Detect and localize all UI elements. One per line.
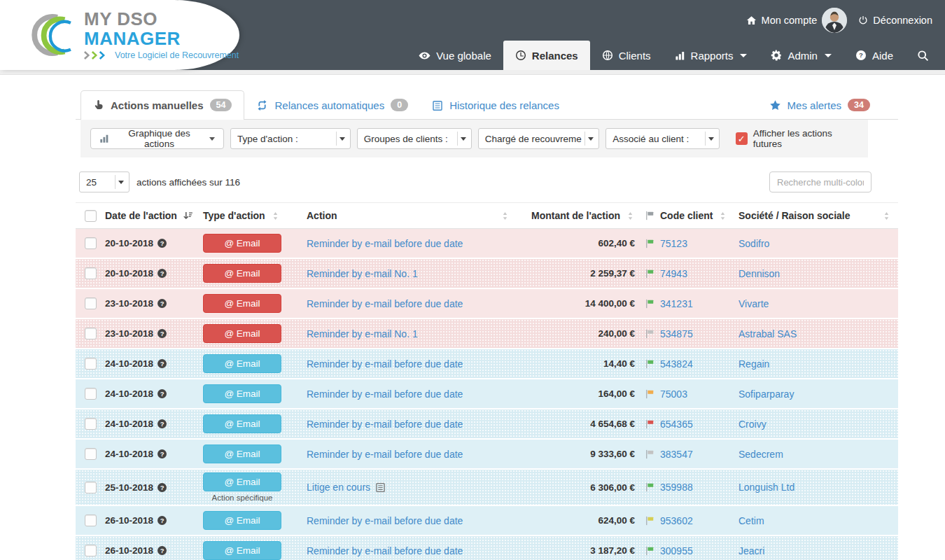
tab-actions-manuelles[interactable]: Actions manuelles 54 [80, 90, 244, 120]
company-link[interactable]: Astrabal SAS [738, 328, 898, 340]
company-link[interactable]: Sodifro [738, 238, 898, 249]
nav-aide[interactable]: ? Aide [844, 41, 905, 70]
row-checkbox[interactable] [85, 418, 97, 430]
column-date[interactable]: Date de l'action [105, 210, 203, 221]
row-checkbox[interactable] [85, 448, 97, 460]
email-action-button[interactable]: @ Email [203, 354, 281, 373]
company-link[interactable]: Regain [738, 358, 898, 370]
client-code-link[interactable]: 383547 [660, 449, 738, 460]
client-code-link[interactable]: 75123 [660, 238, 738, 249]
nav-clients[interactable]: Clients [590, 41, 663, 70]
row-checkbox[interactable] [85, 298, 97, 309]
logout-button[interactable]: Déconnexion [858, 15, 932, 26]
row-checkbox[interactable] [85, 545, 97, 556]
company-link[interactable]: Cetim [738, 515, 898, 526]
date-help-icon[interactable] [158, 419, 167, 428]
date-help-icon[interactable] [158, 269, 167, 278]
column-type[interactable]: Type d'action [203, 210, 307, 221]
client-code-link[interactable]: 74943 [660, 268, 738, 279]
mes-alertes-link[interactable]: Mes alertes 34 [769, 91, 898, 119]
client-groups-select[interactable]: Groupes de clients : [358, 129, 471, 148]
top-header: MY DSO MANAGER Votre Logiciel de Recouvr… [0, 0, 945, 70]
client-code-link[interactable]: 300955 [660, 545, 738, 556]
user-avatar[interactable] [822, 8, 847, 33]
action-link[interactable]: Reminder by e-mail before due date [307, 545, 510, 556]
date-help-icon[interactable] [158, 516, 167, 525]
select-all-checkbox[interactable] [85, 210, 97, 222]
action-link[interactable]: Reminder by e-mail No. 1 [307, 328, 510, 340]
action-link[interactable]: Reminder by e-mail before due date [307, 388, 510, 400]
chart-actions-button[interactable]: Graphique des actions [90, 128, 224, 149]
app-logo[interactable]: MY DSO MANAGER Votre Logiciel de Recouvr… [0, 0, 239, 70]
action-amount: 164,00 € [510, 388, 639, 399]
row-checkbox[interactable] [85, 514, 97, 526]
column-societe[interactable]: Société / Raison sociale [738, 210, 898, 221]
column-action[interactable]: Action [307, 210, 510, 221]
date-help-icon[interactable] [158, 546, 167, 555]
client-code-link[interactable]: 75003 [660, 388, 738, 400]
action-link[interactable]: Reminder by e-mail before due date [307, 419, 510, 430]
email-action-button[interactable]: @ Email [203, 472, 281, 491]
page-size-select[interactable]: 25 [80, 172, 129, 192]
company-link[interactable]: Jeacri [738, 545, 898, 556]
row-checkbox[interactable] [85, 388, 97, 400]
client-code-link[interactable]: 543824 [660, 358, 738, 370]
type-action-select[interactable]: Type d'action : [231, 129, 350, 148]
date-help-icon[interactable] [158, 449, 167, 458]
date-help-icon[interactable] [158, 329, 167, 338]
nav-relances[interactable]: Relances [503, 41, 590, 70]
row-checkbox[interactable] [85, 482, 97, 493]
row-checkbox[interactable] [85, 328, 97, 340]
company-link[interactable]: Sofiparparay [738, 388, 898, 400]
email-action-button[interactable]: @ Email [203, 414, 281, 433]
date-help-icon[interactable] [158, 389, 167, 398]
account-menu[interactable]: Mon compte [746, 8, 848, 33]
action-link[interactable]: Reminder by e-mail before due date [307, 449, 510, 460]
collector-select[interactable]: Chargé de recouvrement : [479, 129, 599, 148]
email-action-button[interactable]: @ Email [203, 444, 281, 463]
date-help-icon[interactable] [158, 483, 167, 492]
table-row: 25-10-2018 @ Email Action spécifique Lit… [76, 470, 898, 506]
multi-column-search-input[interactable] [769, 172, 872, 192]
nav-admin[interactable]: Admin [759, 41, 844, 70]
action-link[interactable]: Reminder by e-mail before due date [307, 515, 510, 526]
company-link[interactable]: Vivarte [738, 298, 898, 309]
date-help-icon[interactable] [158, 299, 167, 308]
company-link[interactable]: Sedecrem [738, 449, 898, 460]
row-checkbox[interactable] [85, 267, 97, 279]
email-action-button[interactable]: @ Email [203, 294, 281, 313]
action-link[interactable]: Reminder by e-mail before due date [307, 358, 510, 370]
client-code-link[interactable]: 953602 [660, 515, 738, 526]
nav-search[interactable] [905, 41, 941, 70]
column-code-client[interactable]: Code client [660, 210, 738, 221]
client-code-link[interactable]: 654365 [660, 419, 738, 430]
email-action-button[interactable]: @ Email [203, 324, 281, 343]
tab-historique-relances[interactable]: Historique des relances [420, 92, 571, 119]
row-checkbox[interactable] [85, 358, 97, 370]
filter-bar: Graphique des actions Type d'action : Gr… [80, 120, 868, 158]
email-action-button[interactable]: @ Email [203, 541, 281, 560]
action-link[interactable]: Reminder by e-mail before due date [307, 298, 510, 309]
future-actions-checkbox[interactable]: Afficher les actions futures [736, 128, 858, 149]
nav-rapports[interactable]: Rapports [663, 41, 760, 70]
email-action-button[interactable]: @ Email [203, 384, 281, 403]
action-link[interactable]: Litige en cours [307, 482, 510, 493]
action-link[interactable]: Reminder by e-mail No. 1 [307, 268, 510, 279]
client-assoc-select[interactable]: Associé au client : [606, 129, 718, 148]
date-help-icon[interactable] [158, 359, 167, 368]
column-montant[interactable]: Montant de l'action [510, 210, 639, 221]
company-link[interactable]: Dennison [738, 268, 898, 279]
action-link[interactable]: Reminder by e-mail before due date [307, 238, 510, 249]
date-help-icon[interactable] [158, 239, 167, 248]
email-action-button[interactable]: @ Email [203, 234, 281, 253]
email-action-button[interactable]: @ Email [203, 511, 281, 530]
client-code-link[interactable]: 341231 [660, 298, 738, 309]
nav-vue-globale[interactable]: Vue globale [407, 41, 503, 70]
company-link[interactable]: Croivy [738, 419, 898, 430]
email-action-button[interactable]: @ Email [203, 264, 281, 283]
company-link[interactable]: Longuish Ltd [738, 482, 898, 493]
tab-relances-automatiques[interactable]: Relances automatiques 0 [244, 91, 420, 119]
client-code-link[interactable]: 359988 [660, 482, 738, 493]
client-code-link[interactable]: 534875 [660, 328, 738, 340]
row-checkbox[interactable] [85, 237, 97, 249]
